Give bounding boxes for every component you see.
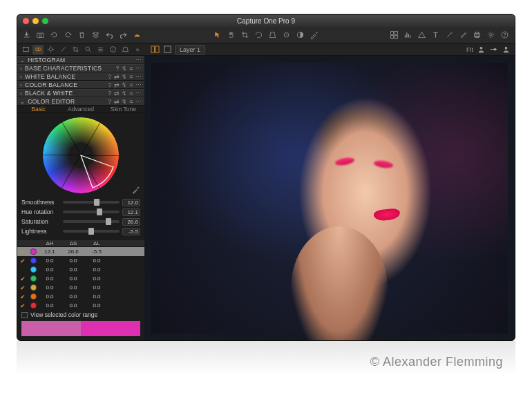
svg-point-3	[285, 35, 287, 36]
view-range-checkbox[interactable]	[21, 312, 28, 318]
redo-icon[interactable]	[118, 30, 128, 40]
grid-view-icon[interactable]	[389, 30, 399, 40]
table-row[interactable]: ✔0.00.00.0	[17, 283, 144, 292]
tab-meta[interactable]: i	[107, 45, 118, 55]
brush-icon[interactable]	[458, 30, 468, 40]
text-icon[interactable]	[430, 30, 440, 40]
row-check[interactable]: ✔	[17, 257, 28, 264]
gear-icon[interactable]	[486, 30, 495, 40]
panel-base-characteristics[interactable]: ›BASE CHARACTERISTICS ?↯≡⋯	[17, 64, 144, 72]
import-icon[interactable]	[21, 30, 31, 40]
svg-text:?: ?	[503, 32, 506, 37]
panel-color-balance[interactable]: ›COLOR BALANCE ?⇄↯≡⋯	[17, 81, 144, 89]
tab-more[interactable]: »	[132, 45, 143, 55]
svg-rect-10	[475, 32, 479, 33]
table-row[interactable]: ✔0.00.00.0	[17, 301, 144, 310]
saturation-value[interactable]: 26.6	[122, 218, 140, 226]
layer-selector[interactable]: Layer 1	[175, 45, 205, 55]
rotate-cw-icon[interactable]	[49, 30, 59, 40]
panel-histogram[interactable]: ⌄HISTOGRAM ⋯	[17, 56, 144, 64]
row-dh: 12.1	[38, 249, 61, 255]
row-check[interactable]: ✔	[17, 249, 28, 255]
spot-icon[interactable]	[281, 30, 291, 40]
print-icon[interactable]	[472, 30, 482, 40]
panel-color-editor[interactable]: ⌄COLOR EDITOR ?⇄↯≡⋯	[17, 97, 144, 106]
eyedropper-icon[interactable]	[131, 185, 140, 195]
minimize-window-button[interactable]	[32, 18, 39, 24]
lightness-value[interactable]: -5.5	[122, 228, 140, 235]
row-ds: 26.6	[61, 249, 85, 255]
camera-icon[interactable]	[35, 30, 45, 40]
saturation-slider[interactable]	[63, 220, 120, 223]
tab-basic[interactable]: Basic	[17, 106, 59, 113]
row-check[interactable]: ✔	[17, 284, 28, 291]
tab-crop[interactable]	[70, 45, 81, 55]
picker-icon[interactable]	[309, 30, 319, 40]
table-row[interactable]: ✔0.00.00.0	[17, 256, 144, 265]
row-check[interactable]: ✔	[17, 302, 28, 309]
crop-icon[interactable]	[240, 30, 249, 40]
row-check[interactable]: ✔	[17, 275, 28, 282]
hue-label: Hue rotation	[21, 208, 60, 215]
histogram-icon[interactable]	[403, 30, 412, 40]
svg-rect-23	[155, 46, 159, 52]
smoothness-value[interactable]: 12.0	[122, 199, 140, 206]
tab-color[interactable]	[32, 45, 44, 55]
layout-single-icon[interactable]	[162, 45, 172, 55]
row-ds: 0.0	[61, 266, 85, 273]
layers-bar: Layer 1	[150, 45, 205, 55]
svg-rect-24	[164, 46, 170, 52]
slider-icon[interactable]	[488, 45, 498, 55]
hue-slider[interactable]	[63, 211, 120, 213]
table-row[interactable]: 0.00.00.0	[17, 265, 144, 274]
view-range-label: View selected color range	[30, 311, 97, 318]
tab-output[interactable]	[120, 45, 131, 55]
process-icon[interactable]	[132, 30, 142, 40]
color-table: ΔH ΔS ΔL ✔12.126.6-5.5✔0.00.00.00.00.00.…	[17, 239, 144, 310]
table-row[interactable]: ✔0.00.00.0	[17, 292, 144, 301]
table-row[interactable]: ✔0.00.00.0	[17, 274, 144, 283]
tab-adjust[interactable]	[95, 45, 106, 55]
row-dl: 0.0	[85, 284, 108, 291]
tab-exposure[interactable]	[45, 45, 56, 55]
svg-rect-7	[390, 35, 393, 38]
rotate-ccw-icon[interactable]	[63, 30, 73, 40]
warning-icon[interactable]	[417, 30, 426, 40]
layout-multi-icon[interactable]	[150, 45, 160, 55]
tab-library[interactable]	[20, 45, 31, 55]
hue-value[interactable]: 12.1	[122, 208, 140, 216]
viewer[interactable]	[144, 56, 515, 340]
close-window-button[interactable]	[23, 18, 29, 24]
user2-icon[interactable]	[501, 45, 511, 55]
trash-icon[interactable]	[77, 30, 86, 40]
tab-details[interactable]	[82, 45, 93, 55]
fit-label[interactable]: Fit	[466, 46, 473, 53]
tab-skin-tone[interactable]: Skin Tone	[102, 106, 144, 113]
panel-white-balance[interactable]: ›WHITE BALANCE ?⇄↯≡⋯	[17, 72, 144, 81]
tab-lens[interactable]	[57, 45, 68, 55]
help-icon[interactable]: ?	[500, 30, 509, 40]
panel-black-white[interactable]: ›BLACK & WHITE ?⇄↯≡⋯	[17, 89, 144, 97]
smoothness-slider[interactable]	[63, 201, 120, 204]
stack-icon[interactable]	[91, 30, 100, 40]
user-icon[interactable]	[476, 45, 486, 55]
undo-icon[interactable]	[104, 30, 114, 40]
row-check[interactable]: ✔	[17, 293, 28, 300]
lightness-slider[interactable]	[63, 230, 120, 233]
keystone-icon[interactable]	[267, 30, 277, 40]
table-row[interactable]: ✔12.126.6-5.5	[17, 247, 144, 256]
row-swatch	[28, 275, 38, 282]
tab-advanced[interactable]: Advanced	[59, 106, 102, 113]
wand-icon[interactable]	[444, 30, 454, 40]
app-window: Capture One Pro 9	[17, 14, 515, 341]
hand-icon[interactable]	[226, 30, 236, 40]
color-wheel[interactable]	[17, 113, 144, 195]
zoom-window-button[interactable]	[42, 18, 48, 24]
cursor-icon[interactable]	[212, 30, 222, 40]
rotate-tool-icon[interactable]	[254, 30, 263, 40]
mask-icon[interactable]	[295, 30, 305, 40]
row-ds: 0.0	[61, 284, 85, 291]
row-swatch	[28, 249, 38, 255]
row-ds: 0.0	[61, 275, 85, 282]
tool-row: i » Layer 1 Fit	[17, 43, 515, 56]
